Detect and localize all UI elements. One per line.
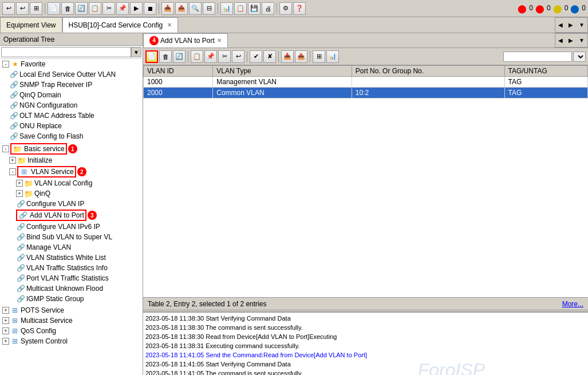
tree-item-bind-sub-vlan[interactable]: 🔗 Bind Sub VLAN to Super VL: [0, 232, 143, 242]
tree-item-vlan-local[interactable]: + 📁 VLAN Local Config: [0, 178, 143, 188]
inner-tab-add-vlan[interactable]: 4 Add VLAN to Port ✕: [143, 33, 228, 48]
toolbar-btn-8[interactable]: ✂: [102, 2, 115, 15]
tree-search-dropdown[interactable]: ▼: [131, 47, 141, 57]
toolbar-btn-4[interactable]: 📄: [48, 2, 60, 15]
tree-item-igmp-static[interactable]: 🔗 IGMP Static Group: [0, 294, 143, 304]
toolbar-btn-6[interactable]: 🔄: [75, 2, 88, 15]
expander-favorite[interactable]: -: [2, 61, 9, 68]
tree-item-qinq[interactable]: + 📁 QinQ: [0, 188, 143, 199]
tree-item-ngn[interactable]: 🔗 NGN Configuration: [0, 100, 143, 110]
tree-item-multicast-unknown[interactable]: 🔗 Multicast Unknown Flood: [0, 283, 143, 294]
inner-btn-refresh[interactable]: 🔄: [173, 50, 186, 63]
expander-qos[interactable]: +: [2, 327, 9, 334]
expander-initialize[interactable]: +: [9, 157, 16, 164]
tree-item-initialize[interactable]: + 📁 Initialize: [0, 155, 143, 165]
toolbar-btn-18[interactable]: 💾: [248, 2, 261, 15]
tree-item-vlan-service[interactable]: - ⊞ VLAN Service 2: [0, 165, 143, 178]
toolbar-btn-19[interactable]: 🖨: [262, 2, 274, 15]
toolbar-btn-17[interactable]: 📋: [234, 2, 247, 15]
inner-btn-apply[interactable]: ✔: [250, 50, 262, 63]
toolbar-btn-1[interactable]: ↩: [2, 2, 15, 15]
tree-item-qinq-domain[interactable]: 🔗 QinQ Domain: [0, 90, 143, 100]
inner-btn-cut[interactable]: ✂: [218, 50, 231, 63]
toolbar-btn-21[interactable]: ❓: [293, 2, 306, 15]
table-search-select[interactable]: [573, 52, 586, 62]
expander-vlan-local[interactable]: +: [16, 180, 23, 187]
leaf-icon: 🔗: [9, 80, 18, 89]
inner-btn-import[interactable]: 📥: [281, 50, 294, 63]
tree-item-manage-vlan[interactable]: 🔗 Manage VLAN: [0, 242, 143, 252]
expander-pots[interactable]: +: [2, 307, 9, 314]
toolbar-btn-15[interactable]: ⊟: [203, 2, 215, 15]
tree-item-qos-config[interactable]: + ⊞ QoS Config: [0, 326, 143, 336]
tree-item-olt-mac[interactable]: 🔗 OLT MAC Address Table: [0, 110, 143, 121]
inner-tab-nav-right[interactable]: ▶: [566, 34, 576, 47]
tree-item-basic-service[interactable]: - 📁 Basic service 1: [0, 143, 143, 155]
tree-search-input[interactable]: [1, 47, 131, 57]
tree-item-system-control[interactable]: + ⊞ System Control: [0, 336, 143, 346]
tree-item-snmp[interactable]: 🔗 SNMP Trap Receiver IP: [0, 80, 143, 90]
tree-item-configure-vlan-ip[interactable]: 🔗 Configure VLAN IP: [0, 199, 143, 209]
tree-item-multicast-service[interactable]: + ⊞ Multicast Service: [0, 315, 143, 326]
tree-item-save-config[interactable]: 🔗 Save Config to Flash: [0, 131, 143, 141]
tree-item-configure-vlan-ipv6[interactable]: 🔗 Configure VLAN IPv6 IP: [0, 222, 143, 232]
toolbar-btn-10[interactable]: ▶: [130, 2, 143, 15]
favorite-icon: ★: [10, 60, 19, 69]
inner-btn-undo[interactable]: ↩: [232, 50, 244, 63]
tree-label-system-control: System Control: [21, 337, 68, 345]
inner-btn-delete[interactable]: 🗑: [159, 50, 172, 63]
tab-close-icon[interactable]: ✕: [167, 22, 172, 28]
cell-vlantype-2: Common VLAN: [213, 88, 352, 98]
expander-vlan-service[interactable]: -: [9, 168, 16, 175]
inner-tab-nav-left[interactable]: ◀: [555, 34, 566, 47]
toolbar-btn-14[interactable]: 🔍: [189, 2, 202, 15]
sep1: [45, 3, 45, 14]
tree-item-favorite[interactable]: - ★ Favorite: [0, 59, 143, 69]
tab-nav-down[interactable]: ▼: [576, 21, 587, 29]
inner-btn-grid[interactable]: ⊞: [313, 50, 325, 63]
toolbar-btn-7[interactable]: 📋: [89, 2, 101, 15]
expander-system-control[interactable]: +: [2, 338, 9, 345]
tab-nav-right[interactable]: ▶: [566, 21, 576, 29]
inner-btn-paste[interactable]: 📌: [204, 50, 217, 63]
toolbar-btn-16[interactable]: 📊: [220, 2, 233, 15]
table-row[interactable]: 2000 Common VLAN 10:2 TAG: [144, 88, 588, 98]
toolbar-btn-13[interactable]: 📤: [175, 2, 188, 15]
table-search-input[interactable]: [503, 52, 572, 62]
tree-item-add-vlan-to-port[interactable]: 🔗 Add VLAN to Port 3: [0, 209, 143, 222]
tree-item-port-vlan-traffic[interactable]: 🔗 Port VLAN Traffic Statistics: [0, 273, 143, 283]
tree-item-pots-service[interactable]: + ⊞ POTS Service: [0, 305, 143, 315]
toolbar-btn-3[interactable]: ⊞: [30, 2, 42, 15]
toolbar-btn-11[interactable]: ⏹: [144, 2, 156, 15]
expander-qinq[interactable]: +: [16, 190, 23, 197]
inner-tab-close-icon[interactable]: ✕: [217, 37, 222, 44]
tree-item-vlan-stats-white[interactable]: 🔗 VLAN Statistics White List: [0, 252, 143, 263]
expander-multicast-service[interactable]: +: [2, 317, 9, 324]
tab-card-service-config[interactable]: HSUB[10]-Card Service Config ✕: [62, 17, 179, 33]
inner-btn-chart[interactable]: 📊: [326, 50, 339, 63]
tree-item-vlan-traffic-info[interactable]: 🔗 VLAN Traffic Statistics Info: [0, 263, 143, 273]
toolbar-btn-20[interactable]: ⚙: [279, 2, 292, 15]
toolbar-btn-12[interactable]: 📥: [161, 2, 174, 15]
tab-equipment-view[interactable]: Equipment View: [0, 17, 62, 33]
badge4-label: 4: [149, 36, 159, 45]
inner-btn-copy[interactable]: 📋: [191, 50, 203, 63]
toolbar-btn-5[interactable]: 🗑: [61, 2, 74, 15]
inner-tab-nav-down[interactable]: ▼: [576, 34, 587, 47]
tree-item-local-end[interactable]: 🔗 Local End Service Outter VLAN: [0, 69, 143, 80]
cell-vlantype-1: Management VLAN: [213, 77, 352, 88]
inner-btn-cancel[interactable]: ✘: [263, 50, 276, 63]
tree-item-onu-replace[interactable]: 🔗 ONU Replace: [0, 121, 143, 131]
tab-nav-left[interactable]: ◀: [555, 21, 566, 29]
toolbar-btn-9[interactable]: 📌: [116, 2, 129, 15]
more-link[interactable]: More...: [562, 300, 583, 308]
right-content: VLAN ID VLAN Type Port No. Or Group No. …: [143, 65, 588, 375]
inner-btn-export[interactable]: 📤: [295, 50, 307, 63]
expander-basic-service[interactable]: -: [2, 145, 9, 152]
toolbar-btn-2[interactable]: ↩: [16, 2, 29, 15]
sep2: [159, 3, 159, 14]
cell-portno-1: [352, 77, 504, 88]
inner-btn-new[interactable]: 📄: [145, 50, 158, 63]
tree-label-onu-replace: ONU Replace: [19, 122, 62, 130]
table-row[interactable]: 1000 Management VLAN TAG: [144, 77, 588, 88]
